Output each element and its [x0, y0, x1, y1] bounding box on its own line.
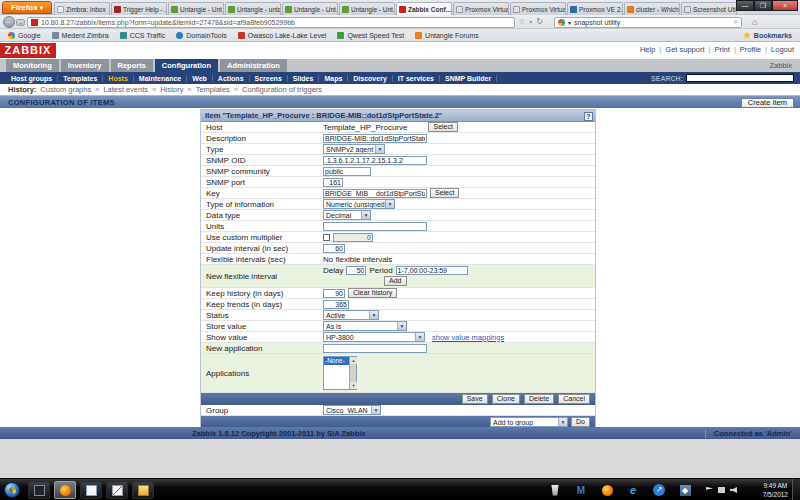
history-link[interactable]: Configuration of triggers [242, 85, 322, 94]
tab-untangle-2[interactable]: Untangle - unta... [225, 2, 281, 15]
clone-button[interactable]: Clone [492, 394, 520, 404]
key-input[interactable] [323, 189, 427, 198]
help-button[interactable]: ? [584, 112, 593, 121]
add-to-group-select[interactable]: Add to group [490, 417, 568, 427]
history-link[interactable]: Templates [196, 85, 230, 94]
clear-history-button[interactable]: Clear history [348, 288, 397, 298]
type-of-information-select[interactable]: Numeric (unsigned) [323, 199, 395, 209]
forward-button[interactable]: → [16, 19, 25, 26]
tab-untangle-3[interactable]: Untangle - Unt... [282, 2, 338, 15]
tray-recycle-bin[interactable] [548, 483, 562, 497]
snmp-port-input[interactable] [323, 178, 343, 187]
tab-monitoring[interactable]: Monitoring [6, 59, 59, 72]
submenu-host-groups[interactable]: Host groups [6, 75, 58, 82]
use-custom-multiplier-checkbox[interactable] [323, 234, 330, 241]
status-select[interactable]: Active [323, 310, 379, 320]
tray-medent[interactable] [574, 483, 588, 497]
home-icon[interactable] [752, 17, 757, 27]
back-button[interactable]: ← [3, 16, 15, 28]
taskbar-clock[interactable]: 9:49 AM 7/5/2012 [763, 481, 788, 499]
top-link[interactable]: Get support [665, 45, 704, 54]
new-application-input[interactable] [323, 344, 427, 353]
url-dropdown-icon[interactable] [529, 17, 532, 26]
host-select-button[interactable]: Select [428, 122, 457, 132]
history-link[interactable]: Custom graphs [40, 85, 91, 94]
tab-proxmox-1[interactable]: Proxmox Virtual... [453, 2, 509, 15]
tab-proxmox-ve[interactable]: Proxmox VE 2.x... [567, 2, 623, 15]
description-input[interactable] [323, 134, 427, 143]
group-select[interactable]: Cisco_WLAN [323, 405, 381, 415]
top-link[interactable]: Logout [771, 45, 794, 54]
scroll-down-icon[interactable] [350, 382, 357, 389]
period-input[interactable] [396, 266, 468, 275]
submenu-screens[interactable]: Screens [250, 75, 288, 82]
do-button[interactable]: Do [571, 417, 590, 427]
add-button[interactable]: Add [384, 276, 406, 286]
key-select-button[interactable]: Select [430, 188, 459, 198]
network-icon[interactable] [718, 487, 725, 493]
store-value-select[interactable]: As is [323, 321, 407, 331]
close-button[interactable]: × [772, 0, 798, 11]
volume-icon[interactable] [730, 487, 737, 493]
bookmark-ccs-traffic[interactable]: CCS Traffic [120, 32, 166, 39]
taskbar-snipping-tool[interactable] [106, 481, 128, 499]
listbox-scrollbar[interactable] [349, 357, 356, 389]
bookmark-untangle-forums[interactable]: Untangle Forums [415, 32, 479, 39]
tray-firefox[interactable] [600, 483, 614, 497]
tab-administration[interactable]: Administration [220, 59, 287, 72]
tray-internet-explorer[interactable] [626, 483, 640, 497]
show-desktop-button[interactable] [792, 479, 800, 500]
tab-zabbix-active[interactable]: Zabbix Conf...× [396, 2, 452, 16]
url-bar[interactable]: 10.80.8.27/zabbix/items.php?form=update&… [27, 17, 515, 28]
delay-input[interactable] [346, 266, 366, 275]
history-link[interactable]: History [160, 85, 183, 94]
submenu-templates[interactable]: Templates [58, 75, 103, 82]
tab-screenshot[interactable]: Screenshot Util... [681, 2, 737, 15]
zabbix-search-input[interactable] [686, 74, 794, 82]
submenu-maps[interactable]: Maps [319, 75, 348, 82]
tray-launcher[interactable] [652, 483, 666, 497]
tab-untangle-4[interactable]: Untangle - Unt... [339, 2, 395, 15]
tab-zimbra[interactable]: Zimbra: Inbox [54, 2, 110, 15]
data-type-select[interactable]: Decimal [323, 210, 371, 220]
top-link[interactable]: Print [714, 45, 729, 54]
action-center-flag-icon[interactable] [706, 487, 713, 493]
delete-button[interactable]: Delete [524, 394, 554, 404]
applications-listbox[interactable]: -None- [323, 356, 357, 390]
tab-reports[interactable]: Reports [111, 59, 153, 72]
show-value-select[interactable]: HP-3800 [323, 332, 425, 342]
bookmark-star-icon[interactable] [518, 17, 525, 26]
applications-option-selected[interactable]: -None- [324, 357, 350, 365]
taskbar-notepad[interactable] [80, 481, 102, 499]
units-input[interactable] [323, 222, 427, 231]
tab-inventory[interactable]: Inventory [61, 59, 109, 72]
firefox-menu-button[interactable]: Firefox ▾ [2, 1, 52, 14]
keep-trends-input[interactable] [323, 300, 349, 309]
history-link[interactable]: Latest events [103, 85, 148, 94]
submenu-discovery[interactable]: Discovery [348, 75, 392, 82]
tray-virtualbox[interactable] [678, 483, 692, 497]
reload-icon[interactable] [536, 17, 543, 26]
snmp-oid-input[interactable] [323, 156, 427, 165]
search-icon[interactable] [734, 17, 738, 27]
top-link[interactable]: Profile [740, 45, 761, 54]
start-button[interactable] [4, 482, 20, 498]
scroll-up-icon[interactable] [350, 357, 357, 364]
bookmarks-menu-button[interactable]: Bookmarks [743, 31, 792, 39]
taskbar-console-app[interactable] [28, 481, 50, 499]
update-interval-input[interactable] [323, 244, 345, 253]
search-box[interactable]: snapshot utility [554, 17, 742, 28]
bookmark-medent-zimbra[interactable]: Medent Zimbra [52, 32, 109, 39]
create-item-button[interactable]: Create Item [741, 98, 794, 108]
submenu-snmp-builder[interactable]: SNMP Builder [440, 75, 497, 82]
show-value-mappings-link[interactable]: show value mappings [432, 333, 504, 342]
taskbar-image-viewer[interactable] [132, 481, 154, 499]
save-button[interactable]: Save [462, 394, 488, 404]
tab-trigger-help[interactable]: Trigger Help - ... [111, 2, 167, 15]
tab-proxmox-2[interactable]: Proxmox Virtual... [510, 2, 566, 15]
cancel-button[interactable]: Cancel [558, 394, 590, 404]
submenu-maintenance[interactable]: Maintenance [134, 75, 187, 82]
search-engine-dropdown-icon[interactable] [568, 19, 571, 26]
keep-history-input[interactable] [323, 289, 345, 298]
minimize-button[interactable]: — [736, 0, 754, 11]
